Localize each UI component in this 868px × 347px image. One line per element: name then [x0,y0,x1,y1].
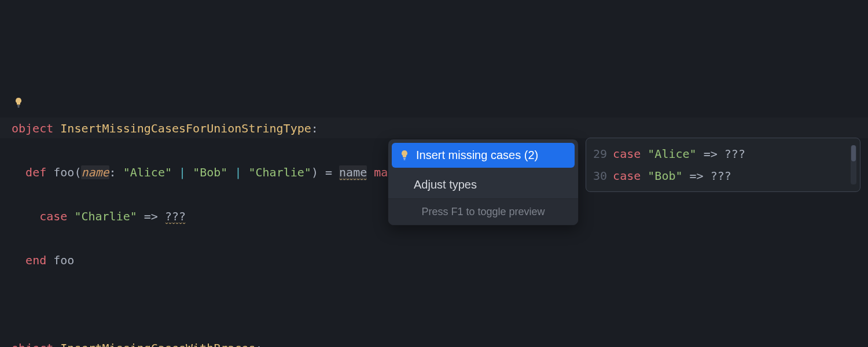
keyword-object: object [12,341,53,347]
keyword-end: end [25,253,46,267]
lightbulb-icon [399,150,410,161]
fn-name: foo [53,165,74,179]
keyword-def: def [25,165,46,179]
code-line: object InsertMissingCasesWithBraces: [12,337,409,347]
keyword-object: object [12,121,53,135]
param-name: name [81,165,109,179]
action-label: Adjust types [414,178,477,191]
preview-code: case "Alice" => ??? case "Bob" => ??? [613,143,851,187]
preview-gutter: 29 30 [586,143,613,187]
code-action-preview: 29 30 case "Alice" => ??? case "Bob" => … [586,138,860,192]
code-line [12,293,409,315]
code-line: end foo [12,249,409,271]
code-actions-popup: Insert missing cases (2) Adjust types Pr… [388,139,579,226]
type-name: InsertMissingCasesForUnionStringType [60,121,311,135]
action-insert-missing-cases[interactable]: Insert missing cases (2) [392,143,575,168]
code-editor[interactable]: object InsertMissingCasesForUnionStringT… [12,95,409,347]
svg-rect-2 [403,158,406,159]
svg-rect-3 [404,159,406,160]
scrollbar-thumb[interactable] [851,145,856,161]
action-adjust-types[interactable]: Adjust types [388,171,578,198]
code-line: case "Charlie" => ??? [12,205,409,227]
code-line: def foo(name: "Alice" | "Bob" | "Charlie… [12,161,409,183]
action-label: Insert missing cases (2) [416,149,538,162]
popup-footer-hint: Press F1 to toggle preview [388,198,578,225]
keyword-case: case [39,209,67,223]
code-line: object InsertMissingCasesForUnionStringT… [12,117,409,139]
type-name: InsertMissingCasesWithBraces [60,341,255,347]
preview-scrollbar[interactable] [851,145,856,184]
match-subject: name [339,165,367,180]
